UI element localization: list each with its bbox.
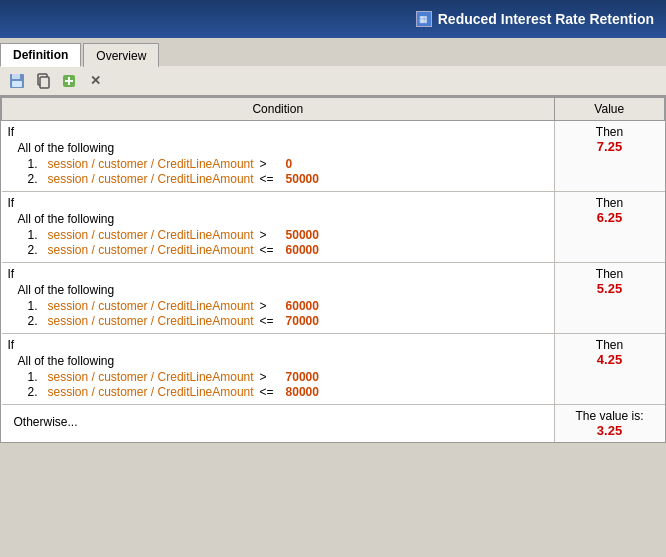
condition-operator: > (260, 370, 280, 384)
condition-operator: > (260, 299, 280, 313)
svg-rect-1 (12, 74, 20, 79)
main-content: Condition Value IfAll of the following1.… (0, 96, 666, 443)
table-row: IfAll of the following1.session / custom… (2, 192, 665, 263)
save-icon (9, 73, 25, 89)
value-cell-0: Then7.25 (554, 121, 665, 192)
then-value: 4.25 (563, 352, 657, 367)
condition-operator: <= (260, 385, 280, 399)
save-button[interactable] (6, 70, 28, 92)
tab-row: Definition Overview (0, 38, 666, 66)
condition-value: 60000 (286, 243, 319, 257)
condition-path: session / customer / CreditLineAmount (48, 228, 254, 242)
value-cell-3: Then4.25 (554, 334, 665, 405)
table-row: IfAll of the following1.session / custom… (2, 121, 665, 192)
condition-item: 2.session / customer / CreditLineAmount<… (28, 172, 548, 186)
tab-definition[interactable]: Definition (0, 43, 81, 67)
condition-path: session / customer / CreditLineAmount (48, 385, 254, 399)
otherwise-value-cell: The value is:3.25 (554, 405, 665, 443)
then-value: 5.25 (563, 281, 657, 296)
if-label: If (8, 338, 548, 352)
if-label: If (8, 196, 548, 210)
otherwise-row: Otherwise...The value is:3.25 (2, 405, 665, 443)
condition-value: 70000 (286, 370, 319, 384)
condition-item: 2.session / customer / CreditLineAmount<… (28, 314, 548, 328)
condition-item: 2.session / customer / CreditLineAmount<… (28, 385, 548, 399)
add-button[interactable] (58, 70, 80, 92)
all-following-label: All of the following (18, 141, 548, 155)
otherwise-value: 3.25 (563, 423, 657, 438)
condition-item: 1.session / customer / CreditLineAmount>… (28, 299, 548, 313)
condition-number: 1. (28, 228, 44, 242)
copy-button[interactable] (32, 70, 54, 92)
condition-value: 80000 (286, 385, 319, 399)
condition-value: 50000 (286, 172, 319, 186)
rule-table: Condition Value IfAll of the following1.… (1, 97, 665, 442)
then-label: Then (563, 196, 657, 210)
table-row: IfAll of the following1.session / custom… (2, 263, 665, 334)
delete-icon: ✕ (90, 73, 101, 88)
condition-operator: <= (260, 314, 280, 328)
condition-cell-3: IfAll of the following1.session / custom… (2, 334, 555, 405)
svg-rect-2 (12, 81, 22, 87)
condition-operator: > (260, 228, 280, 242)
delete-button[interactable]: ✕ (84, 70, 106, 92)
condition-cell-0: IfAll of the following1.session / custom… (2, 121, 555, 192)
tab-overview[interactable]: Overview (83, 43, 159, 67)
condition-value: 0 (286, 157, 293, 171)
condition-number: 1. (28, 157, 44, 171)
condition-item: 1.session / customer / CreditLineAmount>… (28, 157, 548, 171)
condition-path: session / customer / CreditLineAmount (48, 370, 254, 384)
table-row: IfAll of the following1.session / custom… (2, 334, 665, 405)
condition-path: session / customer / CreditLineAmount (48, 314, 254, 328)
condition-cell-2: IfAll of the following1.session / custom… (2, 263, 555, 334)
condition-item: 1.session / customer / CreditLineAmount>… (28, 370, 548, 384)
app-icon: ▦ (416, 11, 432, 27)
condition-item: 2.session / customer / CreditLineAmount<… (28, 243, 548, 257)
condition-operator: <= (260, 243, 280, 257)
if-label: If (8, 267, 548, 281)
condition-path: session / customer / CreditLineAmount (48, 172, 254, 186)
condition-number: 2. (28, 243, 44, 257)
copy-icon (35, 73, 51, 89)
window-title: Reduced Interest Rate Retention (438, 11, 654, 27)
then-label: Then (563, 267, 657, 281)
condition-number: 1. (28, 299, 44, 313)
condition-number: 2. (28, 314, 44, 328)
condition-path: session / customer / CreditLineAmount (48, 299, 254, 313)
condition-value: 60000 (286, 299, 319, 313)
condition-cell-1: IfAll of the following1.session / custom… (2, 192, 555, 263)
svg-rect-7 (65, 80, 73, 82)
condition-operator: > (260, 157, 280, 171)
col-header-condition: Condition (2, 98, 555, 121)
toolbar: ✕ (0, 66, 666, 96)
condition-number: 1. (28, 370, 44, 384)
condition-value: 50000 (286, 228, 319, 242)
condition-value: 70000 (286, 314, 319, 328)
otherwise-condition-cell: Otherwise... (2, 405, 555, 443)
condition-path: session / customer / CreditLineAmount (48, 243, 254, 257)
value-cell-1: Then6.25 (554, 192, 665, 263)
condition-item: 1.session / customer / CreditLineAmount>… (28, 228, 548, 242)
all-following-label: All of the following (18, 354, 548, 368)
svg-rect-4 (40, 77, 49, 88)
all-following-label: All of the following (18, 283, 548, 297)
condition-operator: <= (260, 172, 280, 186)
condition-number: 2. (28, 385, 44, 399)
then-value: 6.25 (563, 210, 657, 225)
add-icon (61, 73, 77, 89)
col-header-value: Value (554, 98, 665, 121)
table-header-row: Condition Value (2, 98, 665, 121)
then-value: 7.25 (563, 139, 657, 154)
otherwise-label: Otherwise... (8, 409, 548, 435)
condition-number: 2. (28, 172, 44, 186)
condition-path: session / customer / CreditLineAmount (48, 157, 254, 171)
then-label: Then (563, 338, 657, 352)
if-label: If (8, 125, 548, 139)
then-label: Then (563, 125, 657, 139)
value-is-label: The value is: (563, 409, 657, 423)
all-following-label: All of the following (18, 212, 548, 226)
title-bar: ▦ Reduced Interest Rate Retention (0, 0, 666, 38)
value-cell-2: Then5.25 (554, 263, 665, 334)
